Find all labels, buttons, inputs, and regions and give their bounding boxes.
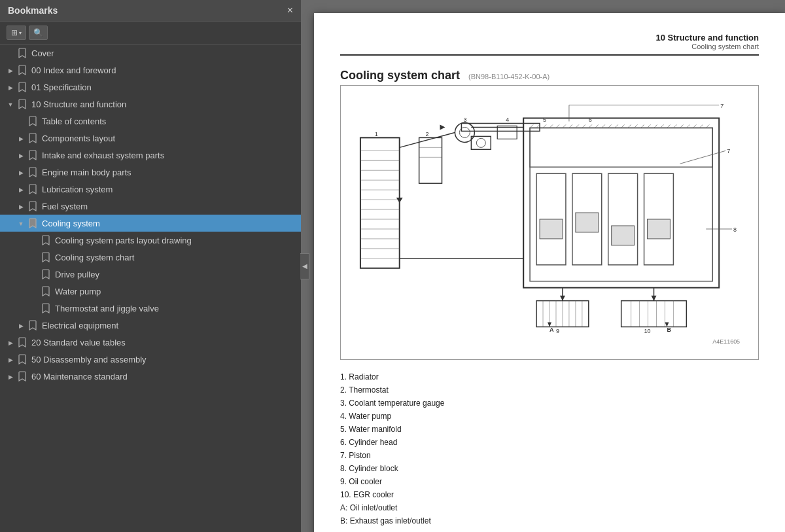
- expand-all-button[interactable]: ⊞ ▾: [7, 26, 26, 40]
- svg-text:1: 1: [375, 131, 378, 137]
- svg-text:A: A: [550, 327, 554, 333]
- tree-item-label: 00 Index and foreword: [31, 65, 296, 75]
- tree-item-50-disassembly[interactable]: 50 Disassembly and assembly: [0, 351, 301, 368]
- svg-text:2: 2: [426, 131, 429, 137]
- tree-item-label: Table of contents: [42, 116, 296, 126]
- content-subtitle: (BN98-B110-452-K-00-A): [468, 73, 550, 80]
- svg-rect-8: [540, 219, 563, 239]
- tree-item-10-elec[interactable]: Electrical equipment: [0, 317, 301, 334]
- tree-item-label: Thermostat and jiggle valve: [55, 304, 296, 313]
- expand-collapse-icon: [16, 186, 26, 193]
- svg-text:7: 7: [720, 103, 724, 109]
- tree-item-01-spec[interactable]: 01 Specification: [0, 79, 301, 96]
- legend-item: 9. Oil cooler: [340, 475, 759, 488]
- tree-item-10-drive-pulley[interactable]: Drive pulley: [0, 266, 301, 283]
- expand-collapse-icon: [16, 152, 26, 159]
- arrow-right-icon: [9, 67, 13, 74]
- tree-item-10-cooling[interactable]: Cooling system: [0, 215, 301, 232]
- collapse-handle[interactable]: ◀: [300, 253, 309, 279]
- tree-item-label: Intake and exhaust system parts: [42, 151, 296, 160]
- tree-item-label: Cooling system chart: [55, 253, 296, 262]
- expand-collapse-icon: [16, 220, 26, 227]
- tree-item-10-comp[interactable]: Components layout: [0, 130, 301, 147]
- page-container: 10 Structure and function Cooling system…: [301, 0, 785, 532]
- tree-item-60-maint[interactable]: 60 Maintenance standard: [0, 368, 301, 385]
- tree-item-10-fuel[interactable]: Fuel system: [0, 198, 301, 215]
- expand-icon: ⊞: [11, 28, 18, 37]
- bookmark-icon: [29, 201, 38, 211]
- expand-collapse-icon: [5, 373, 16, 380]
- sidebar-toolbar: ⊞ ▾ 🔍: [0, 22, 301, 44]
- bookmark-icon: [29, 184, 38, 194]
- sidebar-header: Bookmarks ×: [0, 0, 301, 22]
- arrow-right-icon: [19, 203, 24, 210]
- tree-item-label: Cooling system: [42, 219, 296, 228]
- tree-item-20-std[interactable]: 20 Standard value tables: [0, 334, 301, 351]
- bookmark-icon: [29, 133, 38, 143]
- tree-item-10-engine[interactable]: Engine main body parts: [0, 164, 301, 181]
- main-content: ◀ 10 Structure and function Cooling syst…: [301, 0, 785, 532]
- bookmark-icon: [42, 303, 51, 313]
- content-title: Cooling system chart (BN98-B110-452-K-00…: [340, 69, 759, 82]
- svg-text:6: 6: [589, 116, 592, 123]
- page-header: 10 Structure and function Cooling system…: [340, 33, 759, 56]
- expand-collapse-icon: [16, 322, 26, 329]
- tree-item-10-intake[interactable]: Intake and exhaust system parts: [0, 147, 301, 164]
- legend-item: 7. Piston: [340, 449, 759, 462]
- diagram-container: 7: [340, 85, 759, 360]
- close-button[interactable]: ×: [287, 5, 293, 16]
- tree-item-00-index[interactable]: 00 Index and foreword: [0, 62, 301, 79]
- tree-item-label: Drive pulley: [55, 270, 296, 279]
- legend-item: 1. Radiator: [340, 370, 759, 383]
- tree-item-label: Engine main body parts: [42, 168, 296, 177]
- tree-item-10-cooling-chart[interactable]: Cooling system chart: [0, 249, 301, 266]
- legend-item: 8. Cylinder block: [340, 462, 759, 475]
- expand-collapse-icon: [5, 356, 16, 363]
- bookmark-icon: [29, 218, 38, 228]
- svg-rect-9: [576, 213, 599, 232]
- document-page: 10 Structure and function Cooling system…: [314, 13, 785, 532]
- tree-item-10-structure[interactable]: 10 Structure and function: [0, 96, 301, 113]
- tree-item-label: Electrical equipment: [42, 321, 296, 330]
- tree-item-label: 60 Maintenance standard: [31, 372, 296, 381]
- arrow-right-icon: [9, 84, 13, 91]
- bookmark-icon: [18, 354, 27, 364]
- expand-collapse-icon: [5, 101, 16, 108]
- svg-text:3: 3: [463, 116, 466, 123]
- tree-item-10-lube[interactable]: Lubrication system: [0, 181, 301, 198]
- arrow-right-icon: [19, 186, 24, 193]
- page-header-subtitle: Cooling system chart: [340, 43, 759, 50]
- arrow-right-icon: [19, 322, 24, 329]
- tree-item-10-water-pump[interactable]: Water pump: [0, 283, 301, 300]
- arrow-right-icon: [19, 152, 24, 159]
- legend-item: 3. Coolant temperature gauge: [340, 397, 759, 410]
- bookmark-icon: [18, 48, 27, 58]
- bookmark-icon: [29, 150, 38, 160]
- svg-text:8: 8: [733, 226, 737, 233]
- tree-item-10-thermostat[interactable]: Thermostat and jiggle valve: [0, 300, 301, 317]
- expand-dropdown-icon: ▾: [19, 30, 22, 36]
- tree-item-label: 01 Specification: [31, 82, 296, 92]
- bookmark-icon: [18, 337, 27, 347]
- bookmark-icon: [42, 286, 51, 296]
- bookmark-icon: [42, 235, 51, 245]
- search-bookmark-button[interactable]: 🔍: [29, 26, 48, 40]
- tree-item-10-toc[interactable]: Table of contents: [0, 113, 301, 130]
- svg-rect-10: [612, 226, 635, 245]
- tree-item-10-cooling-parts[interactable]: Cooling system parts layout drawing: [0, 232, 301, 249]
- tree-item-label: Lubrication system: [42, 185, 296, 194]
- legend-item: 5. Water manifold: [340, 423, 759, 436]
- search-icon: 🔍: [33, 28, 43, 37]
- tree-item-cover[interactable]: Cover: [0, 44, 301, 62]
- expand-collapse-icon: [5, 67, 16, 74]
- tree-item-label: Fuel system: [42, 202, 296, 211]
- bookmark-icon: [18, 82, 27, 92]
- tree-item-label: 10 Structure and function: [31, 99, 296, 109]
- legend-item: A: Oil inlet/outlet: [340, 501, 759, 514]
- svg-text:4: 4: [506, 116, 509, 123]
- legend-item: 2. Thermostat: [340, 383, 759, 397]
- arrow-right-icon: [19, 135, 24, 142]
- tree-item-label: Components layout: [42, 133, 296, 143]
- tree-item-label: 50 Disassembly and assembly: [31, 355, 296, 364]
- expand-collapse-icon: [16, 135, 26, 142]
